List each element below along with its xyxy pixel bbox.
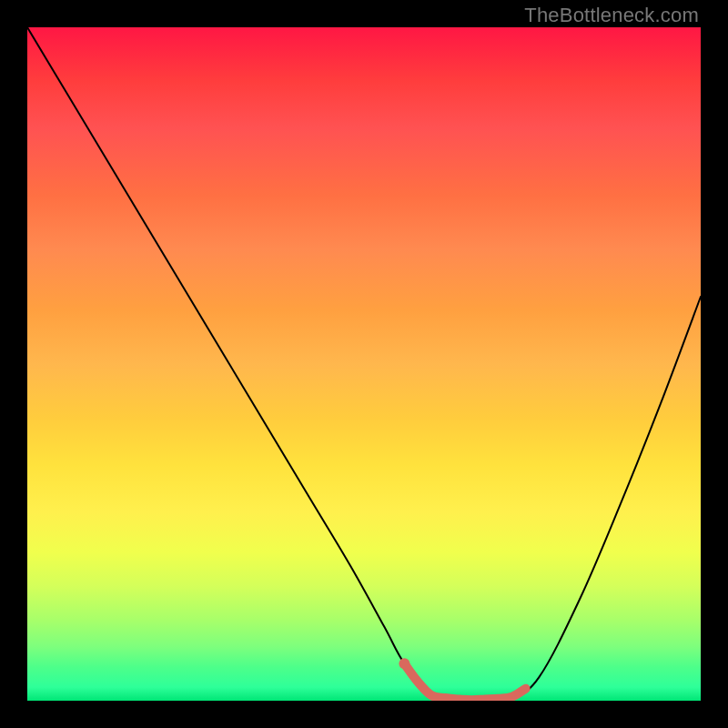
- curve-overlay: [27, 27, 701, 701]
- watermark-text: TheBottleneck.com: [524, 4, 699, 27]
- optimal-range-start-dot: [399, 658, 410, 669]
- bottleneck-curve: [27, 27, 701, 700]
- chart-frame: { "watermark": "TheBottleneck.com", "cha…: [0, 0, 728, 728]
- optimal-range-highlight: [404, 663, 525, 700]
